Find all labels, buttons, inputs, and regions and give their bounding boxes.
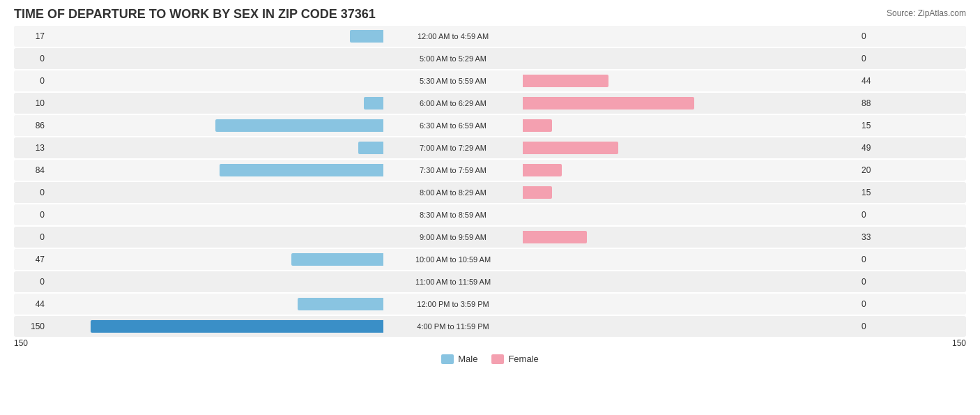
table-row: 86 6:30 AM to 6:59 AM 15 [14, 115, 966, 136]
right-bar-container [523, 182, 857, 203]
right-bar-container [523, 227, 857, 248]
right-value: 0 [857, 255, 892, 264]
time-label: 9:00 AM to 9:59 AM [383, 233, 523, 241]
legend: Male Female [14, 354, 966, 364]
right-value: 0 [857, 31, 892, 41]
table-row: 44 12:00 PM to 3:59 PM 0 [14, 294, 966, 315]
right-value: 44 [857, 76, 892, 86]
left-bar-container [49, 48, 383, 69]
left-bar-container [49, 70, 383, 91]
left-bar-container [49, 182, 383, 203]
time-label: 8:00 AM to 8:29 AM [383, 188, 523, 197]
male-label: Male [458, 354, 477, 364]
time-label: 12:00 PM to 3:59 PM [383, 300, 523, 308]
male-bar [358, 142, 383, 154]
left-value: 84 [14, 165, 49, 175]
right-value: 20 [857, 165, 892, 175]
right-bar-container [523, 70, 857, 91]
right-bar-container [523, 48, 857, 69]
left-value: 0 [14, 188, 49, 197]
chart-container: TIME OF DEPARTURE TO WORK BY SEX IN ZIP … [0, 0, 980, 415]
right-value: 0 [857, 299, 892, 309]
male-bar [350, 30, 383, 43]
male-bar [291, 253, 383, 266]
right-bar-container [523, 316, 857, 337]
left-value: 17 [14, 31, 49, 41]
left-bar-container [49, 93, 383, 114]
left-value: 0 [14, 232, 49, 242]
legend-male: Male [441, 354, 477, 364]
right-bar-container [523, 204, 857, 225]
male-bar [91, 320, 383, 333]
left-value: 47 [14, 255, 49, 264]
male-color-swatch [441, 354, 454, 364]
time-label: 7:30 AM to 7:59 AM [383, 166, 523, 174]
left-bar-container [49, 26, 383, 47]
left-value: 13 [14, 143, 49, 153]
time-label: 5:30 AM to 5:59 AM [383, 77, 523, 85]
right-value: 0 [857, 277, 892, 287]
left-value: 10 [14, 98, 49, 108]
table-row: 47 10:00 AM to 10:59 AM 0 [14, 249, 966, 270]
time-label: 4:00 PM to 11:59 PM [383, 322, 523, 331]
left-value: 44 [14, 299, 49, 309]
table-row: 13 7:00 AM to 7:29 AM 49 [14, 137, 966, 158]
table-row: 150 4:00 PM to 11:59 PM 0 [14, 316, 966, 337]
table-row: 0 9:00 AM to 9:59 AM 33 [14, 227, 966, 248]
right-value: 0 [857, 210, 892, 220]
time-label: 8:30 AM to 8:59 AM [383, 211, 523, 219]
table-row: 10 6:00 AM to 6:29 AM 88 [14, 93, 966, 114]
left-bar-container [49, 160, 383, 181]
right-value: 33 [857, 232, 892, 242]
right-bar-container [523, 93, 857, 114]
right-value: 0 [857, 322, 892, 331]
right-bar-container [523, 137, 857, 158]
female-bar [523, 164, 562, 176]
female-color-swatch [491, 354, 504, 364]
left-bar-container [49, 227, 383, 248]
table-row: 0 5:00 AM to 5:29 AM 0 [14, 48, 966, 69]
bottom-left-value: 150 [14, 338, 28, 348]
female-bar [523, 231, 587, 243]
time-label: 11:00 AM to 11:59 AM [383, 278, 523, 286]
table-row: 17 12:00 AM to 4:59 AM 0 [14, 26, 966, 47]
time-label: 5:00 AM to 5:29 AM [383, 54, 523, 63]
left-value: 0 [14, 277, 49, 287]
female-bar [523, 97, 694, 110]
female-bar [523, 186, 552, 199]
female-bar [523, 75, 608, 87]
right-bar-container [523, 249, 857, 270]
table-row: 0 8:00 AM to 8:29 AM 15 [14, 182, 966, 203]
right-bar-container [523, 115, 857, 136]
right-bar-container [523, 271, 857, 292]
right-value: 15 [857, 188, 892, 197]
left-bar-container [49, 271, 383, 292]
table-row: 84 7:30 AM to 7:59 AM 20 [14, 160, 966, 181]
left-value: 0 [14, 210, 49, 220]
chart-title: TIME OF DEPARTURE TO WORK BY SEX IN ZIP … [14, 7, 966, 22]
source-text: Source: ZipAtlas.com [887, 8, 966, 18]
legend-female: Female [491, 354, 538, 364]
left-value: 0 [14, 76, 49, 86]
table-row: 0 8:30 AM to 8:59 AM 0 [14, 204, 966, 225]
left-bar-container [49, 316, 383, 337]
male-bar [298, 298, 383, 310]
time-label: 12:00 AM to 4:59 AM [383, 32, 523, 40]
right-bar-container [523, 26, 857, 47]
left-bar-container [49, 249, 383, 270]
female-bar [523, 119, 552, 132]
right-bar-container [523, 294, 857, 315]
left-value: 0 [14, 54, 49, 63]
right-value: 0 [857, 54, 892, 63]
right-value: 15 [857, 121, 892, 130]
chart-area: 17 12:00 AM to 4:59 AM 0 0 5:00 AM to 5:… [14, 26, 966, 337]
left-value: 150 [14, 322, 49, 331]
bottom-right-value: 150 [952, 338, 966, 348]
male-bar [364, 97, 383, 110]
left-bar-container [49, 115, 383, 136]
table-row: 0 11:00 AM to 11:59 AM 0 [14, 271, 966, 292]
right-value: 88 [857, 98, 892, 108]
right-value: 49 [857, 143, 892, 153]
time-label: 6:30 AM to 6:59 AM [383, 121, 523, 130]
left-bar-container [49, 294, 383, 315]
